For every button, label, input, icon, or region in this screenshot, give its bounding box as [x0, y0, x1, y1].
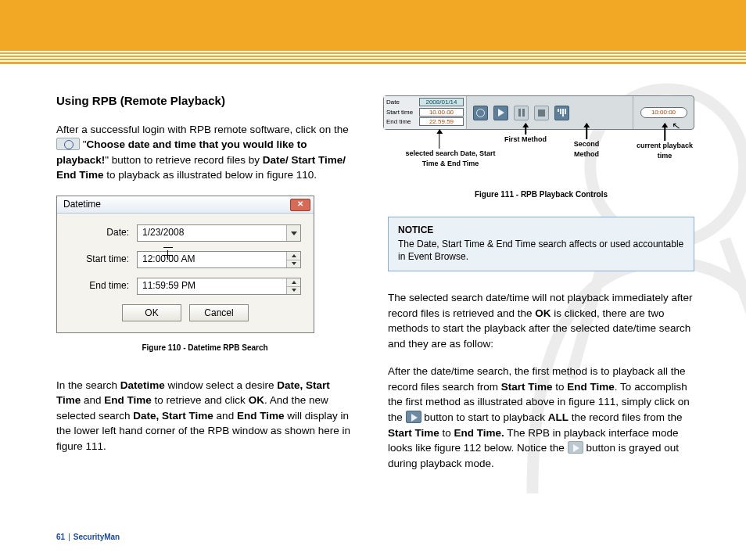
cancel-button[interactable]: Cancel [189, 304, 249, 321]
datetime-dialog: Datetime ✕ Date: 1/23/2008 Start time: [56, 196, 314, 333]
clock-button[interactable] [473, 106, 488, 120]
notice-box: NOTICE The Date, Start Time & End Time s… [388, 217, 694, 272]
spinner[interactable] [286, 252, 300, 267]
figure-111: Date2008/01/14 Start time10.00.00 End ti… [383, 95, 694, 185]
figure-110: Datetime ✕ Date: 1/23/2008 Start time: [56, 196, 353, 333]
clock-icon [56, 138, 80, 150]
play-icon [406, 411, 421, 423]
start-time-label: Start time: [70, 253, 137, 266]
stop-button[interactable] [534, 106, 549, 120]
play-icon-disabled [568, 441, 583, 454]
spinner[interactable] [286, 278, 300, 294]
pbc-start-field[interactable]: 10.00.00 [419, 108, 464, 117]
playback-datetime-panel: Date2008/01/14 Start time10.00.00 End ti… [384, 96, 467, 129]
pbc-end-field[interactable]: 22.59.59 [419, 117, 464, 126]
annotation-current-time: current playback time [633, 141, 696, 161]
left-paragraph-1: After a successful login with RPB remote… [56, 122, 353, 183]
start-time-field[interactable]: 12:00:00 AM [137, 251, 301, 268]
notice-body: The Date, Start Time & End Time search a… [398, 239, 683, 262]
right-paragraph-1: The selected search date/time will not p… [388, 290, 694, 351]
page-footer: 61|SecurityMan [56, 532, 120, 544]
date-field[interactable]: 1/23/2008 [137, 224, 301, 242]
section-title: Using RPB (Remote Playback) [56, 92, 353, 109]
ok-button[interactable]: OK [122, 304, 181, 321]
timeline-button[interactable] [554, 106, 569, 120]
dialog-title: Datetime [63, 198, 101, 211]
chevron-down-icon[interactable] [286, 225, 300, 241]
text-cursor-icon [167, 247, 168, 272]
playback-controls: Date2008/01/14 Start time10.00.00 End ti… [383, 95, 694, 130]
pause-button[interactable] [514, 106, 529, 120]
dialog-titlebar: Datetime ✕ [57, 196, 314, 214]
annotation-second-method: Second Method [563, 139, 610, 160]
date-label: Date: [70, 226, 137, 239]
figure-111-caption: Figure 111 - RPB Playback Controls [388, 189, 694, 201]
left-paragraph-2: In the search Datetime window select a d… [56, 378, 353, 454]
annotation-first-method: First Method [502, 135, 549, 145]
figure-110-caption: Figure 110 - Datetime RPB Search [56, 343, 353, 354]
brand-name: SecurityMan [74, 533, 120, 541]
play-all-button[interactable] [493, 106, 508, 120]
annotation-selected-search: selected search Date, Start Time & End T… [403, 149, 497, 169]
right-paragraph-2: After the date/time search, the first me… [388, 364, 694, 471]
end-time-label: End time: [70, 279, 137, 293]
left-column: Using RPB (Remote Playback) After a succ… [56, 92, 353, 483]
page-number: 61 [56, 533, 65, 541]
end-time-field[interactable]: 11:59:59 PM [137, 278, 301, 295]
close-icon[interactable]: ✕ [290, 199, 310, 211]
notice-title: NOTICE [398, 224, 684, 236]
right-column: Date2008/01/14 Start time10.00.00 End ti… [388, 92, 694, 483]
current-playback-time: 10:00:00 [640, 107, 687, 118]
pbc-date-field[interactable]: 2008/01/14 [419, 98, 464, 106]
